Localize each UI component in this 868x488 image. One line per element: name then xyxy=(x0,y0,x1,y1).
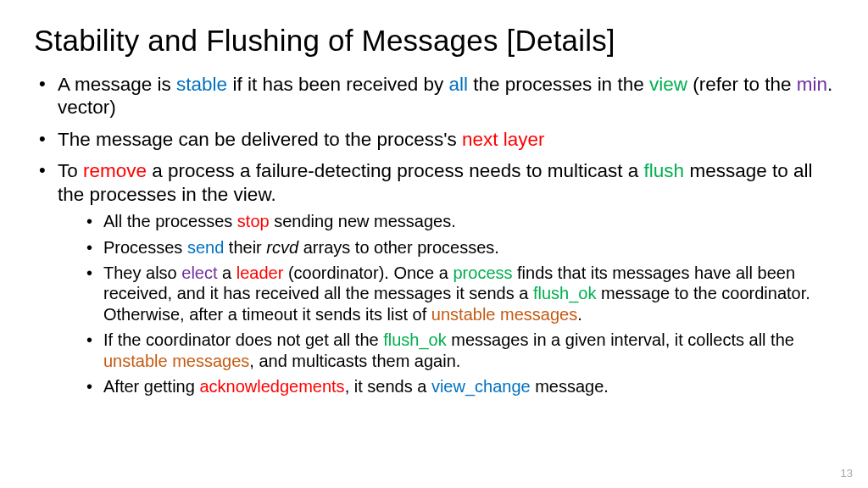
text: their xyxy=(224,238,266,257)
page-title: Stability and Flushing of Messages [Deta… xyxy=(34,24,834,58)
text: arrays to other processes. xyxy=(298,238,499,257)
text: If the coordinator does not get all the xyxy=(103,330,383,349)
kw-view: view xyxy=(649,74,687,95)
text: , and multicasts them again. xyxy=(249,352,460,370)
page-number: 13 xyxy=(841,467,853,480)
kw-process: process xyxy=(453,263,512,282)
text: a process a failure-detecting process ne… xyxy=(147,160,644,181)
text: , it sends a xyxy=(345,377,431,396)
kw-send: send xyxy=(187,238,224,257)
sub-stop: All the processes stop sending new messa… xyxy=(58,211,834,231)
sub-elect: They also elect a leader (coordinator). … xyxy=(58,263,834,324)
text: if it has been received by xyxy=(227,74,448,95)
bullet-stable: A message is stable if it has been recei… xyxy=(34,73,834,119)
text: Processes xyxy=(103,238,187,257)
kw-acknowledgements: acknowledgements xyxy=(199,377,344,396)
text: The message can be delivered to the proc… xyxy=(58,129,462,150)
text: sending new messages. xyxy=(270,212,456,230)
text: They also xyxy=(103,263,181,282)
kw-leader: leader xyxy=(236,263,284,282)
text: messages in a given interval, it collect… xyxy=(447,330,794,349)
kw-rcvd: rcvd xyxy=(266,238,298,257)
text: (refer to the xyxy=(687,74,797,95)
kw-stable: stable xyxy=(176,74,227,95)
text: A message is xyxy=(58,74,176,95)
kw-elect: elect xyxy=(181,263,217,282)
text: (coordinator). Once a xyxy=(283,263,453,282)
kw-view-change: view_change xyxy=(431,377,531,396)
bullet-next-layer: The message can be delivered to the proc… xyxy=(34,128,834,151)
kw-min: min xyxy=(797,74,827,95)
text: . xyxy=(577,305,582,324)
kw-all: all xyxy=(449,74,469,95)
text: All the processes xyxy=(103,212,237,230)
text: To xyxy=(58,160,83,181)
sub-send: Processes send their rcvd arrays to othe… xyxy=(58,237,834,258)
bullet-remove: To remove a process a failure-detecting … xyxy=(34,159,834,396)
kw-flush-ok: flush_ok xyxy=(533,284,597,302)
kw-unstable-messages: unstable messages xyxy=(431,305,577,324)
kw-unstable-messages: unstable messages xyxy=(103,352,249,370)
text: a xyxy=(218,263,236,282)
kw-remove: remove xyxy=(83,160,147,181)
text: After getting xyxy=(103,377,199,396)
kw-flush-ok: flush_ok xyxy=(383,330,447,349)
sub-list: All the processes stop sending new messa… xyxy=(58,211,834,396)
sub-coordinator: If the coordinator does not get all the … xyxy=(58,330,834,371)
kw-next-layer: next layer xyxy=(462,129,545,150)
kw-stop: stop xyxy=(237,212,270,230)
text: the processes in the xyxy=(468,74,649,95)
main-list: A message is stable if it has been recei… xyxy=(34,73,834,396)
kw-flush: flush xyxy=(644,160,685,181)
sub-ack: After getting acknowledgements, it sends… xyxy=(58,376,834,396)
text: message. xyxy=(531,377,609,396)
